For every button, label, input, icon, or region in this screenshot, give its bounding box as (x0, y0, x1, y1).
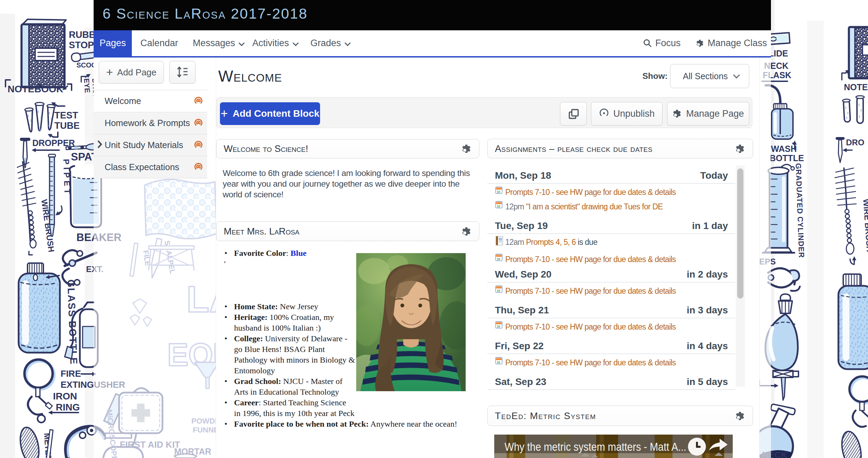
svg-text:10: 10 (497, 360, 500, 364)
svg-text:Why the metric system matters: Why the metric system matters - Matt A..… (505, 440, 686, 453)
svg-text:NOTEBOOK: NOTEBOOK (8, 84, 63, 94)
svg-text:FIRE: FIRE (61, 368, 81, 379)
svg-text:DRO: DRO (846, 138, 864, 147)
svg-text:10: 10 (497, 257, 500, 261)
svg-text:WiRE BRUSH: WiRE BRUSH (861, 198, 868, 252)
svg-text:GRADUATED CYLINDER: GRADUATED CYLINDER (794, 163, 806, 258)
svg-text:BOTTLE: BOTTLE (770, 153, 804, 163)
svg-text:10: 10 (497, 324, 500, 328)
svg-text:TUBE: TUBE (54, 121, 80, 131)
svg-text:EYE: EYE (83, 78, 92, 93)
svg-text:NOTE: NOTE (844, 82, 868, 92)
svg-text:GRADU: GRADU (866, 438, 868, 458)
svg-text:10: 10 (497, 204, 500, 208)
svg-text:10: 10 (497, 190, 500, 194)
svg-text:10: 10 (497, 289, 500, 292)
svg-text:RING: RING (56, 402, 80, 413)
svg-text:IRON: IRON (53, 391, 77, 402)
svg-text:TEST: TEST (54, 110, 78, 121)
svg-text:WASH: WASH (771, 144, 797, 154)
